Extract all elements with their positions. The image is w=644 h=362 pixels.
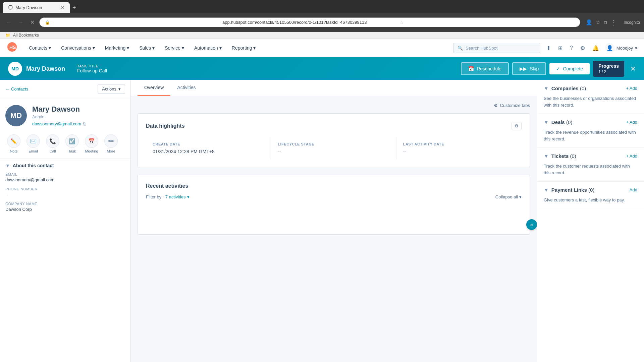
call-action-btn[interactable]: 📞 Call — [44, 134, 61, 153]
note-action-btn[interactable]: ✏️ Note — [5, 134, 22, 153]
expand-panel-btn[interactable]: » — [526, 219, 537, 230]
marketplace-btn[interactable]: ⊞ — [557, 44, 564, 53]
company-field-label: Company name — [5, 202, 125, 206]
copy-email-icon[interactable]: ⎘ — [83, 121, 86, 126]
meeting-action-btn[interactable]: 📅 Meeting — [83, 134, 100, 153]
actions-label: Actions — [102, 86, 116, 92]
customize-tabs-row: ⚙ Customize tabs — [138, 103, 530, 108]
tab-loading-spinner — [8, 5, 13, 10]
actions-button[interactable]: Actions ▾ — [98, 84, 125, 94]
empty-activities-area — [146, 199, 522, 226]
email-action-btn[interactable]: ✉️ Email — [25, 134, 42, 153]
forward-btn[interactable]: → — [16, 18, 25, 27]
about-collapse-icon: ▼ — [5, 163, 10, 168]
about-section-title: About this contact — [13, 163, 54, 168]
companies-section: ▼ Companies (0) + Add See the businesses… — [537, 80, 644, 114]
lifecycle-stage-cell: LIFECYCLE STAGE -- — [271, 137, 396, 160]
star-btn[interactable]: ☆ — [596, 19, 600, 25]
nav-items: Contacts ▾ Conversations ▾ Marketing ▾ S… — [24, 43, 453, 53]
tab-close-btn[interactable]: ✕ — [61, 5, 64, 10]
activities-filter-label: 7 activities — [165, 194, 186, 199]
contact-profile: MD Mary Dawson Admin dawsonmary@gmail.co… — [0, 98, 130, 133]
menu-btn[interactable]: ⋮ — [610, 18, 618, 26]
tickets-count: (0) — [570, 153, 576, 159]
right-sidebar: ▼ Companies (0) + Add See the businesses… — [537, 80, 644, 362]
nav-service[interactable]: Service ▾ — [160, 43, 189, 53]
last-activity-value: -- — [403, 149, 515, 154]
collapse-all-btn[interactable]: Collapse all ▾ — [495, 194, 522, 199]
companies-chevron-icon: ▼ — [544, 85, 549, 91]
reschedule-label: Reschedule — [477, 66, 501, 71]
more-icon: ••• — [104, 134, 118, 148]
deals-title-text: Deals (0) — [551, 119, 573, 125]
browser-controls: ← → ✕ 🔒 app.hubspot.com/contacts/4510550… — [0, 13, 644, 32]
panel-content: ⚙ Customize tabs Data highlights ⚙ — [131, 96, 537, 362]
companies-add-link[interactable]: + Add — [626, 86, 637, 91]
about-section-header[interactable]: ▼ About this contact — [5, 163, 125, 168]
data-highlights-settings-btn[interactable]: ⚙ — [512, 122, 522, 130]
tickets-add-link[interactable]: + Add — [626, 154, 637, 159]
about-contact-section: ▼ About this contact Email dawsonmary@gm… — [0, 159, 130, 221]
payment-links-title-text: Payment Links (0) — [551, 187, 594, 193]
companies-description: See the businesses or organizations asso… — [544, 95, 637, 108]
url-display: app.hubspot.com/contacts/45105500/record… — [222, 20, 397, 25]
company-field: Company name Dawson Corp — [5, 202, 125, 212]
reschedule-button[interactable]: 📅 Reschedule — [461, 62, 509, 75]
nav-automation-chevron: ▾ — [219, 45, 222, 51]
top-navigation: HS Contacts ▾ Conversations ▾ Marketing … — [0, 39, 644, 57]
hubspot-logo[interactable]: HS — [7, 42, 17, 55]
filter-by-label: Filter by: — [146, 194, 163, 199]
customize-tabs-btn[interactable]: ⚙ Customize tabs — [494, 103, 530, 108]
user-menu[interactable]: 👤 Moodjoy ▾ — [605, 43, 637, 53]
task-contact-name: Mary Dawson — [26, 65, 65, 72]
contact-info: Mary Dawson Admin dawsonmary@gmail.com ⎘ — [32, 105, 86, 126]
contact-email-display: dawsonmary@gmail.com ⎘ — [32, 121, 86, 126]
back-btn[interactable]: ← — [4, 18, 13, 27]
active-tab[interactable]: Mary Dawson ✕ — [3, 2, 70, 13]
complete-button[interactable]: ✓ Complete — [549, 63, 590, 74]
nav-conversations[interactable]: Conversations ▾ — [56, 43, 100, 53]
notifications-btn[interactable]: 🔔 — [591, 44, 600, 53]
nav-sales[interactable]: Sales ▾ — [135, 43, 159, 53]
nav-marketing[interactable]: Marketing ▾ — [100, 43, 134, 53]
skip-icon: ▶▶ — [520, 66, 527, 71]
center-wrapper: Overview Activities ⚙ Customize tabs — [131, 80, 537, 362]
deals-add-link[interactable]: + Add — [626, 120, 637, 125]
nav-reporting[interactable]: Reporting ▾ — [227, 43, 261, 53]
address-bar[interactable]: 🔒 app.hubspot.com/contacts/45105500/reco… — [39, 17, 580, 27]
extension-btn[interactable]: ⧈ — [604, 19, 607, 25]
search-box[interactable]: 🔍 Search HubSpot — [453, 43, 540, 53]
task-action-btn[interactable]: ☑️ Task — [64, 134, 80, 153]
payment-links-add-link[interactable]: Add — [630, 187, 637, 192]
back-to-contacts-link[interactable]: ← Contacts — [5, 86, 28, 92]
task-close-button[interactable]: ✕ — [630, 65, 636, 73]
nav-contacts[interactable]: Contacts ▾ — [24, 43, 56, 53]
new-tab-btn[interactable]: + — [70, 3, 79, 13]
data-highlights-header: Data highlights ⚙ — [146, 122, 522, 130]
nav-automation[interactable]: Automation ▾ — [190, 43, 226, 53]
tickets-title: ▼ Tickets (0) — [544, 153, 576, 159]
back-arrow-icon: ← — [5, 86, 10, 92]
more-action-btn[interactable]: ••• More — [103, 134, 119, 153]
tab-activities[interactable]: Activities — [170, 80, 202, 96]
complete-label: Complete — [563, 66, 583, 71]
help-btn[interactable]: ? — [569, 44, 574, 52]
nav-conversations-label: Conversations — [61, 45, 91, 51]
complete-icon: ✓ — [556, 66, 560, 71]
activities-filter-btn[interactable]: 7 activities ▾ — [165, 194, 190, 199]
upgrades-btn[interactable]: ⬆ — [545, 44, 552, 53]
task-progress: Progress 1 / 2 — [593, 61, 624, 77]
task-title-value: Follow-up Call — [77, 68, 107, 73]
reload-btn[interactable]: ✕ — [28, 18, 37, 27]
settings-btn[interactable]: ⚙ — [579, 44, 586, 53]
skip-button[interactable]: ▶▶ Skip — [512, 62, 546, 75]
deals-count: (0) — [566, 119, 572, 125]
nav-reporting-label: Reporting — [232, 45, 252, 51]
task-actions: 📅 Reschedule ▶▶ Skip ✓ Complete Progress… — [461, 61, 636, 77]
user-avatar-icon: 👤 — [605, 43, 614, 53]
profile-btn[interactable]: 👤 — [586, 19, 592, 25]
create-date-cell: CREATE DATE 01/31/2024 12:28 PM GMT+8 — [146, 137, 271, 160]
task-avatar-initials: MD — [11, 66, 19, 71]
skip-label: Skip — [530, 66, 539, 71]
tab-overview[interactable]: Overview — [138, 80, 170, 96]
